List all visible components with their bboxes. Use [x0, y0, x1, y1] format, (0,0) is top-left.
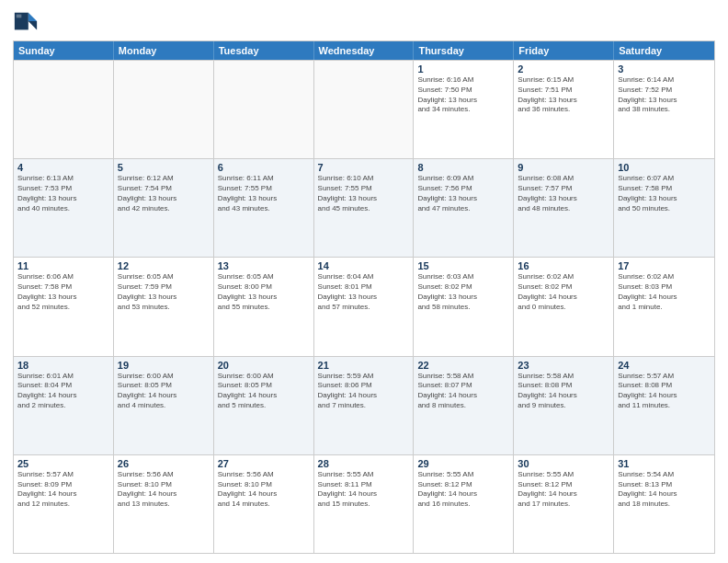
calendar-cell — [214, 61, 314, 158]
calendar-cell — [314, 61, 415, 158]
calendar-row: 18Sunrise: 6:01 AM Sunset: 8:04 PM Dayli… — [14, 356, 714, 454]
day-info: Sunrise: 6:10 AM Sunset: 7:55 PM Dayligh… — [318, 174, 410, 213]
day-info: Sunrise: 5:56 AM Sunset: 8:10 PM Dayligh… — [118, 470, 210, 510]
day-info: Sunrise: 5:56 AM Sunset: 8:10 PM Dayligh… — [218, 470, 310, 510]
calendar-body: 1Sunrise: 6:16 AM Sunset: 7:50 PM Daylig… — [14, 60, 714, 553]
day-number: 9 — [518, 162, 609, 173]
calendar-cell: 15Sunrise: 6:03 AM Sunset: 8:02 PM Dayli… — [414, 258, 514, 355]
calendar-cell: 8Sunrise: 6:09 AM Sunset: 7:56 PM Daylig… — [414, 159, 514, 257]
day-number: 31 — [618, 458, 711, 469]
calendar-cell: 4Sunrise: 6:13 AM Sunset: 7:53 PM Daylig… — [14, 159, 114, 257]
day-info: Sunrise: 5:55 AM Sunset: 8:12 PM Dayligh… — [518, 470, 609, 510]
calendar-cell: 14Sunrise: 6:04 AM Sunset: 8:01 PM Dayli… — [314, 258, 415, 355]
day-info: Sunrise: 6:08 AM Sunset: 7:57 PM Dayligh… — [518, 174, 609, 213]
day-number: 4 — [17, 162, 109, 173]
day-info: Sunrise: 6:02 AM Sunset: 8:03 PM Dayligh… — [618, 272, 711, 312]
day-info: Sunrise: 6:01 AM Sunset: 8:04 PM Dayligh… — [17, 372, 109, 411]
day-number: 13 — [218, 260, 310, 271]
day-number: 5 — [118, 162, 210, 173]
page: SundayMondayTuesdayWednesdayThursdayFrid… — [0, 0, 728, 563]
day-number: 20 — [218, 360, 310, 371]
weekday-header: Saturday — [614, 41, 714, 60]
day-number: 23 — [518, 360, 609, 371]
day-number: 17 — [618, 260, 711, 271]
calendar-cell: 12Sunrise: 6:05 AM Sunset: 7:59 PM Dayli… — [114, 258, 214, 355]
calendar-cell: 30Sunrise: 5:55 AM Sunset: 8:12 PM Dayli… — [514, 455, 614, 553]
svg-marker-0 — [28, 13, 37, 21]
day-info: Sunrise: 6:07 AM Sunset: 7:58 PM Dayligh… — [618, 174, 711, 213]
weekday-header: Tuesday — [214, 41, 314, 60]
day-number: 28 — [318, 458, 410, 469]
day-info: Sunrise: 6:11 AM Sunset: 7:55 PM Dayligh… — [218, 174, 310, 213]
day-number: 16 — [518, 260, 609, 271]
weekday-header: Wednesday — [314, 41, 415, 60]
calendar-cell: 24Sunrise: 5:57 AM Sunset: 8:08 PM Dayli… — [614, 357, 714, 454]
calendar-cell: 21Sunrise: 5:59 AM Sunset: 8:06 PM Dayli… — [314, 357, 415, 454]
day-info: Sunrise: 5:57 AM Sunset: 8:09 PM Dayligh… — [17, 470, 109, 510]
day-info: Sunrise: 5:58 AM Sunset: 8:07 PM Dayligh… — [417, 372, 509, 411]
calendar-cell: 25Sunrise: 5:57 AM Sunset: 8:09 PM Dayli… — [14, 455, 114, 553]
calendar-cell: 17Sunrise: 6:02 AM Sunset: 8:03 PM Dayli… — [614, 258, 714, 355]
day-info: Sunrise: 6:05 AM Sunset: 7:59 PM Dayligh… — [118, 272, 210, 312]
day-info: Sunrise: 6:04 AM Sunset: 8:01 PM Dayligh… — [318, 272, 410, 312]
weekday-header: Sunday — [14, 41, 114, 60]
day-number: 2 — [518, 63, 609, 75]
calendar-cell: 13Sunrise: 6:05 AM Sunset: 8:00 PM Dayli… — [214, 258, 314, 355]
day-number: 22 — [417, 360, 509, 371]
day-info: Sunrise: 5:58 AM Sunset: 8:08 PM Dayligh… — [518, 372, 609, 411]
calendar-cell — [14, 61, 114, 158]
day-number: 8 — [417, 162, 509, 173]
day-number: 15 — [417, 260, 509, 271]
calendar-cell: 10Sunrise: 6:07 AM Sunset: 7:58 PM Dayli… — [614, 159, 714, 257]
day-info: Sunrise: 6:16 AM Sunset: 7:50 PM Dayligh… — [417, 75, 509, 115]
svg-rect-3 — [17, 15, 22, 18]
calendar-row: 25Sunrise: 5:57 AM Sunset: 8:09 PM Dayli… — [14, 454, 714, 553]
calendar-header: SundayMondayTuesdayWednesdayThursdayFrid… — [14, 41, 714, 60]
logo — [13, 9, 42, 35]
calendar-row: 4Sunrise: 6:13 AM Sunset: 7:53 PM Daylig… — [14, 158, 714, 257]
calendar-cell: 20Sunrise: 6:00 AM Sunset: 8:05 PM Dayli… — [214, 357, 314, 454]
day-info: Sunrise: 6:12 AM Sunset: 7:54 PM Dayligh… — [118, 174, 210, 213]
calendar-cell: 27Sunrise: 5:56 AM Sunset: 8:10 PM Dayli… — [214, 455, 314, 553]
day-number: 10 — [618, 162, 711, 173]
calendar-cell: 23Sunrise: 5:58 AM Sunset: 8:08 PM Dayli… — [514, 357, 614, 454]
day-info: Sunrise: 6:09 AM Sunset: 7:56 PM Dayligh… — [417, 174, 509, 213]
day-number: 14 — [318, 260, 410, 271]
day-info: Sunrise: 6:14 AM Sunset: 7:52 PM Dayligh… — [618, 75, 711, 115]
day-info: Sunrise: 6:15 AM Sunset: 7:51 PM Dayligh… — [518, 75, 609, 115]
day-info: Sunrise: 5:59 AM Sunset: 8:06 PM Dayligh… — [318, 372, 410, 411]
weekday-header: Thursday — [414, 41, 514, 60]
day-info: Sunrise: 6:06 AM Sunset: 7:58 PM Dayligh… — [17, 272, 109, 312]
calendar-cell: 22Sunrise: 5:58 AM Sunset: 8:07 PM Dayli… — [414, 357, 514, 454]
day-number: 24 — [618, 360, 711, 371]
calendar-cell: 31Sunrise: 5:54 AM Sunset: 8:13 PM Dayli… — [614, 455, 714, 553]
day-number: 11 — [17, 260, 109, 271]
day-info: Sunrise: 6:05 AM Sunset: 8:00 PM Dayligh… — [218, 272, 310, 312]
calendar-cell: 3Sunrise: 6:14 AM Sunset: 7:52 PM Daylig… — [614, 61, 714, 158]
calendar-cell — [114, 61, 214, 158]
day-number: 7 — [318, 162, 410, 173]
calendar-cell: 11Sunrise: 6:06 AM Sunset: 7:58 PM Dayli… — [14, 258, 114, 355]
calendar-cell: 16Sunrise: 6:02 AM Sunset: 8:02 PM Dayli… — [514, 258, 614, 355]
day-number: 30 — [518, 458, 609, 469]
logo-icon — [13, 9, 39, 35]
day-number: 6 — [218, 162, 310, 173]
calendar: SundayMondayTuesdayWednesdayThursdayFrid… — [13, 40, 715, 554]
day-number: 12 — [118, 260, 210, 271]
day-number: 29 — [417, 458, 509, 469]
day-number: 1 — [417, 63, 509, 75]
day-number: 18 — [17, 360, 109, 371]
calendar-cell: 7Sunrise: 6:10 AM Sunset: 7:55 PM Daylig… — [314, 159, 415, 257]
calendar-cell: 9Sunrise: 6:08 AM Sunset: 7:57 PM Daylig… — [514, 159, 614, 257]
header — [13, 9, 715, 35]
calendar-cell: 5Sunrise: 6:12 AM Sunset: 7:54 PM Daylig… — [114, 159, 214, 257]
day-number: 19 — [118, 360, 210, 371]
day-number: 21 — [318, 360, 410, 371]
calendar-cell: 2Sunrise: 6:15 AM Sunset: 7:51 PM Daylig… — [514, 61, 614, 158]
day-number: 3 — [618, 63, 711, 75]
day-number: 26 — [118, 458, 210, 469]
day-number: 27 — [218, 458, 310, 469]
day-info: Sunrise: 6:03 AM Sunset: 8:02 PM Dayligh… — [417, 272, 509, 312]
day-info: Sunrise: 5:57 AM Sunset: 8:08 PM Dayligh… — [618, 372, 711, 411]
calendar-row: 1Sunrise: 6:16 AM Sunset: 7:50 PM Daylig… — [14, 60, 714, 158]
